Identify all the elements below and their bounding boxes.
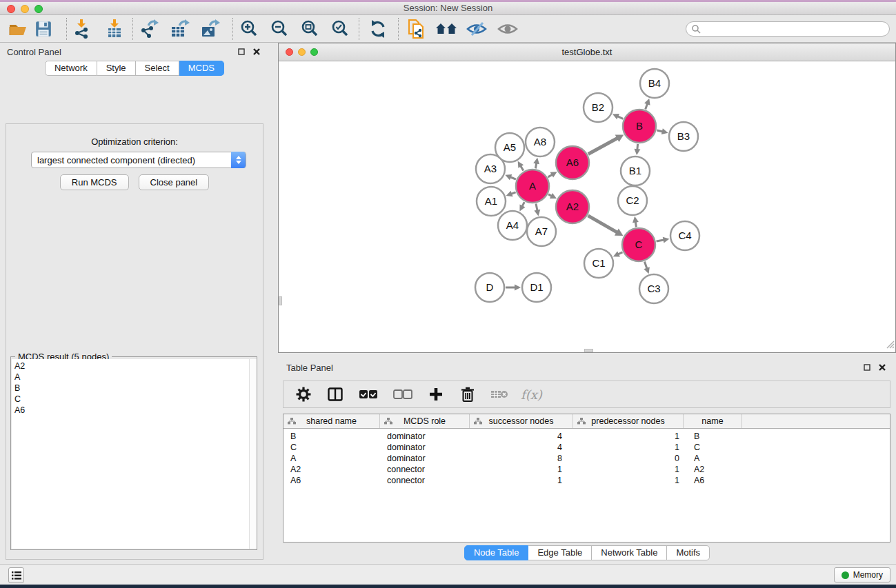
graph-node-A[interactable]: A [516,170,549,203]
add-column-plus-icon[interactable] [426,384,446,405]
delete-column-trash-icon[interactable] [457,384,478,405]
result-item[interactable]: A2 [12,361,256,372]
edge-A6-B[interactable] [588,138,618,154]
search-input[interactable] [701,23,889,35]
graph-node-B1[interactable]: B1 [621,156,650,185]
result-item[interactable]: A6 [12,405,256,416]
hide-selected-eye-slash-icon[interactable] [465,18,488,40]
graph-node-C1[interactable]: C1 [584,249,613,278]
optimization-criterion-select[interactable]: largest connected component (directed) [31,152,246,168]
graph-node-C4[interactable]: C4 [670,221,699,250]
tab-network[interactable]: Network [45,61,97,76]
resize-grip-icon[interactable] [886,339,895,352]
graph-node-C2[interactable]: C2 [618,186,647,215]
graph-node-A2[interactable]: A2 [556,190,589,223]
export-table-icon[interactable] [168,18,192,40]
network-window-titlebar[interactable]: testGlobe.txt [279,43,895,61]
save-session-icon[interactable] [32,18,55,40]
graph-node-C3[interactable]: C3 [639,274,668,303]
import-network-icon[interactable] [70,18,93,40]
export-image-icon[interactable] [199,18,222,40]
edge-A-A1[interactable] [511,192,515,194]
graph-node-A4[interactable]: A4 [498,211,527,240]
result-scrollbar[interactable] [249,359,257,549]
close-panel-button[interactable]: Close panel [139,174,210,190]
search-field[interactable] [686,21,890,37]
edge-A-A6[interactable] [548,174,552,177]
close-network-window-button[interactable] [286,48,293,56]
graph-node-A7[interactable]: A7 [527,217,556,246]
graph-node-B2[interactable]: B2 [584,93,613,122]
minimize-window-button[interactable] [21,5,29,13]
network-graph[interactable]: AA1A2A3A4A5A6A7A8BB1B2B3B4CC1C2C3C4DD1 [279,61,895,352]
graph-node-C[interactable]: C [622,228,655,261]
zoom-selected-icon[interactable] [328,18,352,40]
table-row[interactable]: A2connector11A2 [283,464,890,475]
graph-node-B4[interactable]: B4 [640,69,669,98]
deselect-all-icon[interactable] [391,384,415,405]
graph-node-A1[interactable]: A1 [477,187,506,216]
edge-B-B2[interactable] [617,116,623,119]
select-all-checked-icon[interactable] [357,384,380,405]
zoom-fit-icon[interactable] [298,18,321,40]
column-header-shared-name[interactable]: shared name [283,414,380,428]
close-panel-icon[interactable] [251,46,262,57]
graph-node-A6[interactable]: A6 [556,146,589,179]
close-window-button[interactable] [7,5,15,13]
apply-function-fx-icon[interactable]: f(x) [521,387,542,402]
run-mcds-button[interactable]: Run MCDS [60,174,129,190]
tab-network-table[interactable]: Network Table [592,545,667,560]
tab-style[interactable]: Style [97,61,136,76]
tab-motifs[interactable]: Motifs [667,545,710,560]
graph-node-B[interactable]: B [623,110,656,143]
close-table-panel-icon[interactable] [877,362,888,373]
tab-edge-table[interactable]: Edge Table [528,545,592,560]
column-header-name[interactable]: name [684,414,742,428]
table-row[interactable]: Cdominator41C [283,442,890,453]
graph-node-A5[interactable]: A5 [495,133,524,162]
result-item[interactable]: C [12,394,256,405]
column-header-successor-nodes[interactable]: successor nodes [470,414,573,428]
edge-A-A3[interactable] [510,177,516,179]
first-neighbors-icon[interactable] [435,18,458,40]
graph-node-D1[interactable]: D1 [522,273,551,302]
graph-node-B3[interactable]: B3 [669,122,698,151]
table-row[interactable]: A6connector11A6 [283,475,890,486]
tab-node-table[interactable]: Node Table [464,545,529,560]
edge-A-A5[interactable] [521,166,524,171]
edge-C-C4[interactable] [657,240,664,241]
node-table[interactable]: shared nameMCDS rolesuccessor nodesprede… [283,414,890,543]
mcds-result-list[interactable]: A2ABCA6 [12,359,256,549]
graph-node-D[interactable]: D [475,273,504,302]
float-panel-icon[interactable] [236,46,247,57]
zoom-in-icon[interactable] [237,18,261,40]
refresh-icon[interactable] [366,18,390,40]
zoom-network-window-button[interactable] [310,48,318,56]
edge-A-A4[interactable] [522,202,524,206]
import-table-icon[interactable] [103,18,126,40]
clone-network-icon[interactable] [405,18,428,40]
vertical-scroll-indicator[interactable] [279,296,282,305]
table-row[interactable]: Bdominator41B [283,431,890,442]
edge-B-B4[interactable] [646,103,648,109]
table-row[interactable]: Adominator80A [283,453,890,464]
tab-select[interactable]: Select [136,61,179,76]
task-history-list-icon[interactable] [8,567,24,583]
result-item[interactable]: A [12,372,256,383]
table-options-gear-icon[interactable] [293,384,314,405]
edge-B-B3[interactable] [657,130,663,132]
edge-B-B1[interactable] [637,144,638,150]
minimize-network-window-button[interactable] [298,48,306,56]
delete-table-icon[interactable] [489,384,510,405]
column-header-MCDS-role[interactable]: MCDS role [380,414,470,428]
network-canvas[interactable]: AA1A2A3A4A5A6A7A8BB1B2B3B4CC1C2C3C4DD1 [279,61,895,352]
edge-A2-C[interactable] [588,216,617,232]
graph-node-A8[interactable]: A8 [526,128,555,156]
float-table-panel-icon[interactable] [862,362,873,373]
result-item[interactable]: B [12,383,256,394]
open-file-icon[interactable] [7,18,30,40]
edge-C-C3[interactable] [644,262,646,269]
split-view-icon[interactable] [325,384,346,405]
horizontal-scroll-indicator[interactable] [584,349,593,352]
memory-button[interactable]: Memory [834,567,890,582]
